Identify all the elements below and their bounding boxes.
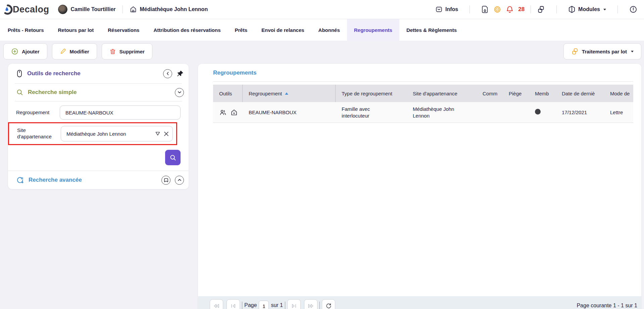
simple-search-title: Recherche simple [28, 89, 77, 96]
regroupement-field-row: Regroupement [16, 105, 181, 120]
tab-dettes-reglements[interactable]: Dettes & Règlements [399, 19, 464, 41]
notification-count[interactable]: 28 [518, 6, 525, 13]
regroupement-label: Regroupement [16, 109, 60, 116]
page-number-input[interactable] [259, 301, 269, 309]
user-avatar [58, 5, 67, 14]
column-header-commentaire[interactable]: Comm [477, 85, 503, 102]
row-mode-cell: Lettre [604, 109, 633, 116]
pagination-summary: Page courante 1 - 1 sur 1 [577, 303, 637, 309]
decalog-logo[interactable]: Decalog [4, 4, 49, 15]
about-info-icon[interactable] [629, 5, 637, 13]
column-header-regroupement[interactable]: Regroupement [243, 85, 336, 102]
infos-button[interactable]: Infos [435, 6, 458, 13]
column-header-type[interactable]: Type de regroupement [336, 85, 407, 102]
collapse-advanced-search-button[interactable] [175, 176, 184, 185]
logo-text: Decalog [13, 4, 49, 15]
notification-bell-icon[interactable] [506, 5, 513, 13]
save-search-button[interactable] [161, 176, 170, 185]
search-tools-panel: Outils de recherche Recherche simple Reg… [8, 64, 189, 189]
mail-icon [435, 6, 443, 13]
batch-chain-icon [571, 48, 579, 55]
search-tools-title: Outils de recherche [27, 70, 81, 77]
advanced-search-header: Recherche avancée [8, 171, 189, 189]
tab-reservations[interactable]: Réservations [101, 19, 146, 41]
simple-search-header: Recherche simple [8, 84, 189, 101]
edit-button[interactable]: Modifier [52, 43, 97, 59]
pagination-bar: Page sur 1 Page courante 1 - 1 sur 1 [198, 296, 641, 309]
batch-processing-button[interactable]: Traitements par lot [563, 43, 641, 59]
search-submit-button[interactable] [165, 150, 181, 165]
row-type-cell: Famille avec interlocuteur [336, 106, 407, 119]
collapse-simple-search-button[interactable] [175, 88, 184, 97]
results-title: Regroupements [198, 64, 641, 76]
column-header-outils[interactable]: Outils [213, 85, 243, 102]
search-tools-header: Outils de recherche [8, 64, 189, 83]
delete-button-label: Supprimer [119, 49, 145, 54]
tab-prets[interactable]: Prêts [228, 19, 254, 41]
tab-abonnes[interactable]: Abonnés [311, 19, 347, 41]
pencil-icon [60, 48, 66, 55]
first-page-button[interactable] [227, 299, 240, 309]
clear-field-icon[interactable] [164, 131, 169, 136]
actions-toolbar: Ajouter Modifier Supprimer [3, 43, 152, 59]
header-divider [469, 5, 470, 13]
batch-button-label: Traitements par lot [582, 49, 627, 54]
advanced-search-title: Recherche avancée [29, 177, 82, 183]
tab-envoi-de-relances[interactable]: Envoi de relances [254, 19, 311, 41]
table-header-row: Outils Regroupement Type de regroupement… [213, 85, 633, 102]
column-header-piege[interactable]: Piège [503, 85, 529, 102]
site-selector[interactable]: Médiathèque John Lennon [130, 6, 208, 13]
link-chain-icon[interactable] [537, 5, 545, 13]
chevron-down-icon [631, 51, 634, 52]
row-date-cell: 17/12/2021 [556, 109, 604, 116]
library-building-icon [130, 6, 137, 13]
tab-retours-par-lot[interactable]: Retours par lot [51, 19, 101, 41]
tab-attribution-des-reservations[interactable]: Attribution des réservations [146, 19, 228, 41]
live-broadcast-icon[interactable] [493, 5, 501, 13]
last-page-button[interactable] [304, 299, 317, 309]
main-nav-tabs: Prêts - Retours Retours par lot Réservat… [0, 19, 644, 41]
column-header-date[interactable]: Date de derniè [556, 85, 604, 102]
header-divider [556, 5, 557, 13]
modules-menu[interactable]: Modules [568, 5, 606, 13]
rewind-page-button[interactable] [210, 299, 223, 309]
row-site-cell: Médiathèque John Lennon [407, 106, 477, 119]
refresh-button[interactable] [322, 299, 335, 309]
search-submit-row [8, 148, 189, 171]
home-site-icon[interactable] [230, 109, 238, 116]
table-row[interactable]: BEAUME-NARBOUX Famille avec interlocuteu… [213, 102, 633, 123]
pin-icon[interactable] [177, 70, 184, 77]
modules-label: Modules [578, 6, 600, 12]
add-button-label: Ajouter [22, 49, 40, 54]
next-page-button[interactable] [287, 299, 301, 309]
row-regroupement-cell: BEAUME-NARBOUX [243, 109, 336, 116]
column-header-membres[interactable]: Memb [529, 85, 556, 102]
add-button[interactable]: Ajouter [3, 43, 47, 59]
user-menu[interactable]: Camille Tourtillier [58, 5, 116, 14]
site-field-highlight: Site d'appartenance [8, 122, 177, 145]
tab-regroupements[interactable]: Regroupements [347, 19, 399, 41]
page-total-label: sur 1 [271, 302, 283, 308]
tab-prets-retours[interactable]: Prêts - Retours [1, 19, 51, 41]
document-icon[interactable] [481, 5, 489, 13]
user-name: Camille Tourtillier [71, 6, 116, 12]
column-header-site[interactable]: Site d'appartenance [407, 85, 477, 102]
dropdown-triangle-icon[interactable] [155, 131, 160, 136]
site-label: Site d'appartenance [17, 127, 61, 140]
site-name: Médiathèque John Lennon [140, 6, 208, 12]
regroupement-input[interactable] [60, 105, 181, 120]
app-header: Decalog Camille Tourtillier Médiathèque … [0, 0, 644, 19]
column-header-mode[interactable]: Mode de [604, 85, 633, 102]
infos-label: Infos [445, 6, 458, 12]
row-membres-cell [529, 109, 556, 116]
simple-search-form: Regroupement Site d'appartenance [8, 101, 189, 145]
trash-icon [109, 48, 116, 55]
page-label: Page [244, 302, 257, 308]
add-circle-icon [11, 48, 18, 55]
group-members-icon[interactable] [219, 109, 227, 116]
delete-button[interactable]: Supprimer [102, 43, 152, 59]
header-divider [617, 5, 618, 13]
sort-ascending-icon [285, 92, 288, 95]
header-actions: Infos 28 [435, 5, 637, 13]
collapse-panel-button[interactable] [163, 69, 172, 78]
